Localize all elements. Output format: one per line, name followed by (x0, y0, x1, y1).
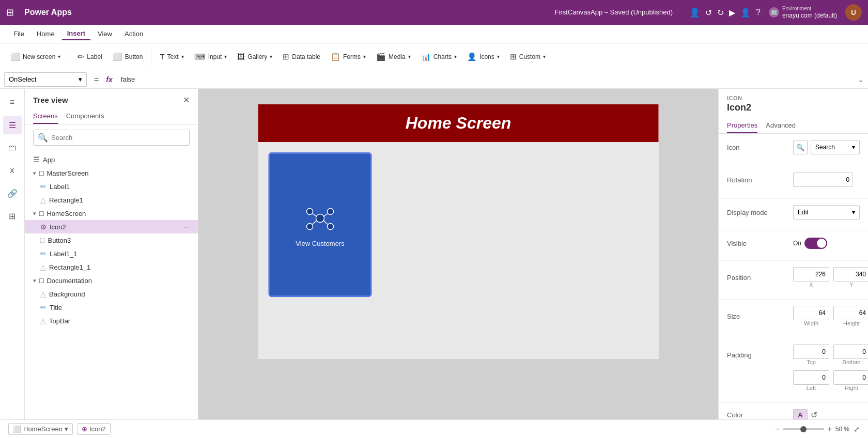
menu-action[interactable]: Action (119, 28, 148, 40)
ribbon-divider-2 (151, 49, 151, 65)
tree-item-topbar[interactable]: △ TopBar (25, 314, 198, 327)
color-edit-icon[interactable]: ↺ (811, 410, 817, 420)
view-customers-card[interactable]: View Customers (269, 152, 372, 297)
label1-1-icon: ✏ (40, 249, 47, 258)
menu-file[interactable]: File (8, 28, 29, 40)
tab-screens[interactable]: Screens (33, 109, 58, 124)
undo-icon[interactable]: ↺ (705, 8, 712, 18)
menu-view[interactable]: View (92, 28, 117, 40)
tree-item-documentation[interactable]: ▾ □ Documentation (25, 274, 198, 287)
person-add-icon[interactable]: 👤 (689, 7, 700, 18)
icons-button[interactable]: 👤 Icons ▾ (463, 50, 504, 64)
tree-item-icon2[interactable]: ⊕ Icon2 ··· (25, 220, 198, 233)
current-screen-selector[interactable]: ⬜ HomeScreen ▾ (8, 423, 73, 435)
props-row-padding-lr: Left Right (727, 370, 860, 391)
zoom-plus-button[interactable]: + (827, 425, 832, 434)
position-y-input[interactable] (833, 267, 868, 281)
tree-item-label1-1[interactable]: ✏ Label1_1 (25, 247, 198, 260)
new-screen-button[interactable]: ⬜ New screen ▾ (6, 50, 65, 64)
menu-insert[interactable]: Insert (62, 27, 90, 40)
new-screen-caret[interactable]: ▾ (58, 54, 60, 59)
property-selector[interactable]: OnSelect ▾ (4, 72, 87, 87)
color-a-icon[interactable]: A (793, 409, 808, 419)
redo-icon[interactable]: ↻ (717, 8, 724, 18)
rotation-input[interactable] (793, 173, 853, 187)
input-caret[interactable]: ▾ (224, 54, 227, 59)
tree-search-box[interactable]: 🔍 (33, 130, 190, 146)
user-avatar[interactable]: U (845, 4, 862, 21)
waffle-icon[interactable]: ⊞ (6, 7, 14, 18)
position-x-input[interactable] (793, 267, 829, 281)
custom-button[interactable]: ⊞ Custom ▾ (506, 50, 550, 64)
svg-line-7 (313, 220, 317, 224)
input-button[interactable]: ⌨ Input ▾ (190, 50, 231, 64)
zoom-minus-button[interactable]: − (775, 425, 780, 434)
equals-icon[interactable]: = (91, 75, 102, 84)
icon-value-select[interactable]: Search ▾ (811, 140, 860, 154)
tree-item-title[interactable]: ✏ Title (25, 301, 198, 314)
visible-toggle[interactable] (804, 238, 827, 249)
padding-left-input[interactable] (793, 370, 829, 385)
sidebar-components-icon[interactable]: ⊞ (3, 207, 22, 225)
sidebar-variables-icon[interactable]: x (3, 161, 22, 180)
tab-components[interactable]: Components (66, 109, 104, 124)
sidebar-layers-icon[interactable]: ☰ (3, 116, 22, 134)
tree-item-rectangle1[interactable]: △ Rectangle1 (25, 193, 198, 207)
sidebar-menu-icon[interactable]: ≡ (3, 93, 22, 112)
custom-caret[interactable]: ▾ (543, 54, 546, 59)
expand-icon[interactable]: ▾ (33, 170, 36, 177)
formula-input[interactable]: false (117, 75, 854, 83)
display-mode-select[interactable]: Edit ▾ (793, 205, 860, 220)
zoom-slider[interactable] (783, 428, 824, 430)
play-icon[interactable]: ▶ (729, 8, 735, 18)
tree-item-homescreen[interactable]: ▾ □ HomeScreen (25, 207, 198, 220)
padding-bottom-input[interactable] (833, 345, 868, 359)
menu-home[interactable]: Home (32, 28, 60, 40)
display-mode-label: Display mode (727, 209, 789, 216)
charts-caret[interactable]: ▾ (454, 54, 457, 59)
top-bar-right: FirstCanvasApp – Saved (Unpublished) 👤 ↺… (555, 4, 862, 21)
person-icon[interactable]: 👤 (740, 8, 751, 18)
props-section-display-mode: Display mode Edit ▾ (719, 199, 868, 231)
expand-icon-doc[interactable]: ▾ (33, 277, 36, 284)
forms-caret[interactable]: ▾ (363, 54, 366, 59)
media-button[interactable]: 🎬 Media ▾ (372, 50, 415, 64)
gallery-button[interactable]: 🖼 Gallery ▾ (233, 50, 276, 64)
tree-item-button3[interactable]: □ Button3 (25, 233, 198, 247)
tree-item-background[interactable]: △ Background (25, 287, 198, 301)
gallery-caret[interactable]: ▾ (270, 54, 272, 59)
sidebar-data-icon[interactable]: 🗃 (3, 138, 22, 157)
data-table-button[interactable]: ⊞ Data table (278, 50, 324, 64)
expand-icon-home[interactable]: ▾ (33, 210, 36, 217)
tab-properties[interactable]: Properties (727, 118, 757, 133)
sidebar-connections-icon[interactable]: 🔗 (3, 184, 22, 202)
search-input[interactable] (51, 134, 185, 142)
tree-item-app[interactable]: ☰ App (25, 153, 198, 166)
tree-close-button[interactable]: ✕ (183, 95, 190, 105)
charts-button[interactable]: 📊 Charts ▾ (417, 50, 461, 64)
item-menu-icon[interactable]: ··· (183, 223, 190, 231)
forms-button[interactable]: 📋 Forms ▾ (327, 50, 370, 64)
canvas-area[interactable]: Home Screen (198, 89, 718, 419)
tab-advanced[interactable]: Advanced (766, 118, 796, 133)
tree-item-rectangle1-1[interactable]: △ Rectangle1_1 (25, 260, 198, 274)
environment-selector[interactable]: 🏢 Environment enayu.com (default) (769, 6, 837, 19)
icons-caret[interactable]: ▾ (497, 54, 500, 59)
padding-right-label: Right (845, 385, 858, 391)
padding-right-input[interactable] (833, 370, 868, 385)
custom-icon: ⊞ (510, 52, 517, 61)
size-width-input[interactable] (793, 306, 829, 320)
tree-item-label1[interactable]: ✏ Label1 (25, 180, 198, 193)
label-button[interactable]: ✏ Label (73, 50, 106, 64)
button-button[interactable]: ⬜ Button (109, 50, 147, 64)
formula-expand-icon[interactable]: ⌄ (858, 75, 864, 84)
tree-item-masterscreen[interactable]: ▾ □ MasterScreen (25, 166, 198, 180)
help-icon[interactable]: ? (756, 8, 761, 17)
padding-top-input[interactable] (793, 345, 829, 359)
fullscreen-button[interactable]: ⤢ (854, 425, 860, 433)
padding-bottom-label: Bottom (843, 359, 861, 365)
text-caret[interactable]: ▾ (181, 54, 184, 59)
text-button[interactable]: T Text ▾ (156, 50, 188, 64)
size-height-input[interactable] (833, 306, 868, 320)
media-caret[interactable]: ▾ (408, 54, 411, 59)
